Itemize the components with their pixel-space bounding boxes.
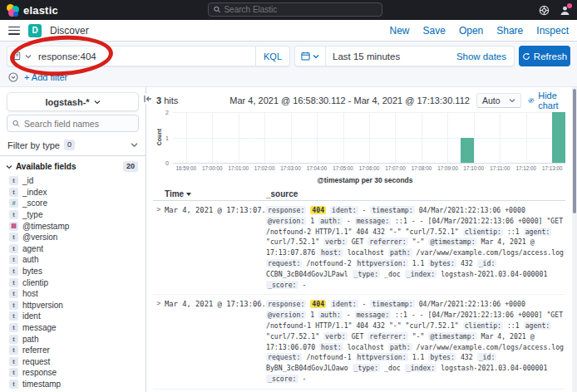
expand-row-icon[interactable]: > bbox=[153, 205, 165, 290]
user-avatar[interactable] bbox=[560, 5, 570, 16]
x-tick-label: 17:06:00 bbox=[359, 165, 380, 171]
x-tick-label: 16:59:00 bbox=[175, 165, 196, 171]
query-language-button[interactable]: KQL bbox=[255, 47, 289, 66]
source-field-key: agent: bbox=[524, 321, 552, 330]
field-item-referrer[interactable]: treferrer bbox=[0, 345, 145, 356]
query-text[interactable]: response:404 bbox=[38, 51, 96, 61]
time-picker: Last 15 minutes Show dates bbox=[294, 46, 515, 66]
index-pattern-select[interactable]: logstash-* bbox=[7, 92, 139, 111]
show-dates-button[interactable]: Show dates bbox=[449, 51, 514, 61]
source-field-key: response: bbox=[266, 300, 306, 308]
source-field-key: timestamp: bbox=[370, 300, 414, 308]
field-item-clientip[interactable]: tclientip bbox=[0, 277, 145, 288]
source-field-key: auth: bbox=[318, 311, 343, 319]
gridline bbox=[264, 112, 265, 163]
text-field-icon: t bbox=[9, 176, 18, 185]
field-item-bytes[interactable]: tbytes bbox=[0, 266, 145, 277]
source-field-key: path: bbox=[388, 343, 412, 351]
field-item-auth[interactable]: tauth bbox=[0, 254, 145, 266]
source-field-key: _index: bbox=[405, 270, 437, 278]
source-field-key: timestamp: bbox=[370, 206, 414, 214]
expand-row-icon[interactable]: > bbox=[153, 299, 165, 384]
global-search[interactable] bbox=[208, 2, 382, 17]
histogram-chart: Count 012 16:59:0017:00:0017:01:0017:02:… bbox=[153, 112, 565, 184]
x-axis-ticks: 16:59:0017:00:0017:01:0017:02:0017:03:00… bbox=[173, 165, 565, 173]
y-tick-label: 1 bbox=[165, 135, 169, 140]
source-field-key: host: bbox=[319, 248, 343, 257]
highlighted-value: 404 bbox=[310, 300, 326, 308]
text-field-icon: t bbox=[9, 278, 18, 287]
source-field-key: request: bbox=[266, 259, 302, 267]
gridline bbox=[369, 112, 370, 163]
field-item-message[interactable]: tmessage bbox=[0, 322, 145, 334]
x-tick-label: 17:02:00 bbox=[254, 165, 275, 171]
chevron-down-icon bbox=[509, 97, 515, 104]
nav-action-open[interactable]: Open bbox=[459, 25, 483, 37]
nav-action-share[interactable]: Share bbox=[496, 25, 523, 37]
x-tick-label: 17:00:00 bbox=[202, 165, 223, 171]
refresh-button[interactable]: Refresh bbox=[519, 46, 570, 66]
field-name: clientip bbox=[22, 278, 48, 287]
field-search-input[interactable] bbox=[24, 119, 133, 129]
nav-action-new[interactable]: New bbox=[390, 25, 410, 37]
field-item-_type[interactable]: t_type bbox=[0, 209, 145, 221]
field-search[interactable] bbox=[7, 115, 139, 132]
field-item-_index[interactable]: t_index bbox=[0, 187, 145, 198]
interval-select[interactable]: Auto bbox=[476, 93, 521, 108]
field-item-@timestamp[interactable]: ▤@timestamp bbox=[0, 220, 145, 232]
filter-by-type[interactable]: Filter by type 0 bbox=[0, 135, 145, 156]
field-item-response[interactable]: tresponse bbox=[0, 367, 145, 379]
field-name: request bbox=[22, 357, 50, 366]
discover-main: 3 hits Mar 4, 2021 @ 16:58:30.112 - Mar … bbox=[146, 87, 577, 392]
nav-action-inspect[interactable]: Inspect bbox=[536, 25, 569, 37]
source-field-key: _id: bbox=[477, 259, 497, 267]
sort-desc-icon bbox=[186, 193, 191, 196]
source-field-key: bytes: bbox=[428, 353, 456, 361]
calendar-button[interactable] bbox=[295, 47, 326, 66]
text-field-icon: t bbox=[9, 244, 18, 253]
notification-dot bbox=[567, 3, 572, 8]
text-field-icon: t bbox=[9, 267, 18, 276]
source-column-header: _source bbox=[266, 189, 298, 198]
text-field-icon: t bbox=[9, 233, 18, 242]
top-app-bar: elastic bbox=[0, 0, 577, 20]
time-range-label[interactable]: Last 15 minutes bbox=[326, 51, 407, 61]
field-item-ident[interactable]: tident bbox=[0, 311, 145, 322]
source-field-key: path: bbox=[388, 248, 412, 257]
field-item-httpversion[interactable]: thttpversion bbox=[0, 300, 145, 311]
scrollbar-thumb[interactable] bbox=[573, 89, 576, 213]
time-column-header[interactable]: Time bbox=[165, 189, 266, 198]
collapse-sidebar-icon[interactable] bbox=[143, 94, 153, 104]
source-field-key: @timestamp: bbox=[428, 238, 476, 246]
field-item-timestamp[interactable]: ttimestamp bbox=[0, 379, 145, 390]
field-item-agent[interactable]: tagent bbox=[0, 243, 145, 255]
add-filter-button[interactable]: + Add filter bbox=[24, 72, 67, 82]
gridline bbox=[395, 112, 396, 163]
field-item-path[interactable]: tpath bbox=[0, 333, 145, 345]
field-name: timestamp bbox=[22, 380, 61, 389]
available-fields-header[interactable]: Available fields 20 bbox=[0, 156, 145, 175]
y-tick-label: 2 bbox=[165, 110, 169, 115]
hide-chart-button[interactable]: Hide chart bbox=[528, 91, 565, 110]
histogram-bar[interactable] bbox=[461, 138, 474, 164]
field-item-_id[interactable]: t_id bbox=[0, 175, 145, 187]
field-item-@version[interactable]: t@version bbox=[0, 232, 145, 243]
field-item-_score[interactable]: #_score bbox=[0, 198, 145, 209]
deployment-icon[interactable] bbox=[539, 5, 550, 16]
source-field-key: @version: bbox=[266, 217, 306, 225]
global-search-input[interactable] bbox=[224, 5, 377, 14]
menu-icon[interactable] bbox=[8, 27, 20, 35]
field-item-request[interactable]: trequest bbox=[0, 356, 145, 368]
gridline bbox=[239, 112, 239, 163]
saved-query-icon[interactable] bbox=[13, 51, 22, 61]
field-item-host[interactable]: thost bbox=[0, 288, 145, 300]
source-field-key: _type: bbox=[353, 364, 381, 372]
text-field-icon: t bbox=[9, 210, 18, 219]
histogram-bar[interactable] bbox=[552, 112, 565, 163]
filter-menu-icon[interactable] bbox=[8, 72, 18, 82]
text-field-icon: t bbox=[9, 301, 18, 310]
field-name: _score bbox=[22, 198, 47, 208]
source-field-key: clientip: bbox=[463, 321, 503, 330]
kql-query-input[interactable]: response:404 KQL bbox=[7, 46, 290, 66]
nav-action-save[interactable]: Save bbox=[423, 25, 446, 37]
